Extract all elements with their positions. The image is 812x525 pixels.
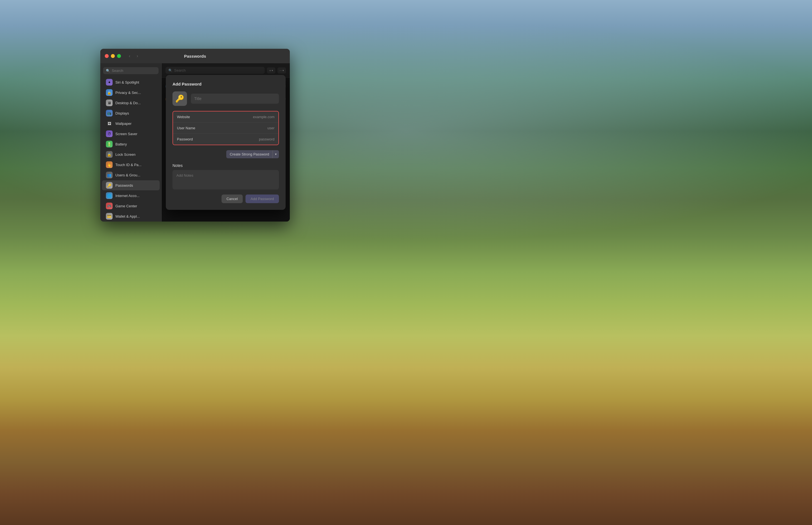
sidebar-item-touchid[interactable]: 👆 Touch ID & Pa...: [102, 160, 160, 170]
sidebar-item-privacy[interactable]: 🔒 Privacy & Sec...: [102, 88, 160, 97]
sidebar-item-lockscreen[interactable]: 🔒 Lock Screen: [102, 149, 160, 160]
maximize-button[interactable]: [117, 54, 121, 58]
touchid-icon: 👆: [106, 161, 112, 168]
forward-button[interactable]: ›: [134, 53, 140, 59]
sidebar-label-wallet: Wallet & Appl...: [115, 214, 140, 219]
sidebar-item-wallet[interactable]: 💳 Wallet & Appl...: [102, 211, 160, 221]
password-row[interactable]: Password password: [173, 134, 279, 145]
sidebar-label-gamecenter: Game Center: [115, 204, 137, 208]
password-value: password: [205, 137, 274, 141]
sidebar: 🔍 ✦ Siri & Spotlight 🔒 Privacy & Sec... …: [100, 63, 162, 222]
battery-icon: 🔋: [106, 141, 112, 147]
notes-textarea[interactable]: [172, 170, 279, 190]
nav-controls: ‹ ›: [126, 53, 140, 59]
notes-section: Notes: [172, 163, 279, 190]
window-titlebar: ‹ › Passwords: [100, 49, 290, 63]
sidebar-scroll: ✦ Siri & Spotlight 🔒 Privacy & Sec... 🖥 …: [100, 77, 161, 222]
sidebar-label-screensaver: Screen Saver: [115, 132, 137, 136]
sidebar-item-battery[interactable]: 🔋 Battery: [102, 139, 160, 149]
sidebar-item-internet[interactable]: 🌐 Internet Acco...: [102, 191, 160, 201]
system-preferences-window: ‹ › Passwords 🔍 ✦ Siri & Spotlight 🔒 Pri…: [100, 49, 290, 222]
sidebar-item-desktop[interactable]: 🖥 Desktop & Do...: [102, 98, 160, 108]
website-value: example.com: [205, 115, 274, 119]
screensaver-icon: ⏱: [106, 131, 112, 137]
add-password-modal: Add Password 🔑 Website example.com: [166, 75, 286, 210]
sidebar-item-wallpaper[interactable]: 🖼 Wallpaper: [102, 118, 160, 129]
sidebar-item-siri[interactable]: ✦ Siri & Spotlight: [102, 77, 160, 87]
siri-icon: ✦: [106, 79, 112, 86]
desktop-icon: 🖥: [106, 100, 112, 106]
modal-icon-row: 🔑: [172, 91, 279, 106]
sidebar-item-displays[interactable]: 📺 Displays: [102, 108, 160, 118]
sidebar-label-desktop: Desktop & Do...: [115, 101, 141, 105]
username-label: User Name: [177, 126, 205, 130]
create-strong-password-container: Create Strong Password ▾: [172, 150, 279, 158]
password-label: Password: [177, 137, 205, 141]
users-icon: 👥: [106, 172, 112, 178]
sidebar-search[interactable]: 🔍: [103, 67, 159, 74]
sidebar-item-passwords[interactable]: 🔑 Passwords: [102, 180, 160, 190]
sidebar-label-passwords: Passwords: [115, 183, 133, 188]
gamecenter-icon: 🎮: [106, 202, 112, 209]
website-row[interactable]: Website example.com: [173, 111, 279, 123]
credentials-form: Website example.com User Name user Passw…: [172, 111, 279, 145]
passwords-icon: 🔑: [106, 182, 112, 189]
sidebar-item-screensaver[interactable]: ⏱ Screen Saver: [102, 129, 160, 139]
internet-icon: 🌐: [106, 192, 112, 199]
username-row[interactable]: User Name user: [173, 123, 279, 134]
window-title: Passwords: [184, 54, 206, 59]
sidebar-label-siri: Siri & Spotlight: [115, 80, 139, 85]
main-content: 🔍 Search + ▾ ··· ▾ A allstate: [162, 63, 290, 222]
lockscreen-icon: 🔒: [106, 151, 112, 158]
notes-label: Notes: [172, 163, 279, 168]
wallpaper-icon: 🖼: [106, 120, 112, 127]
username-value: user: [205, 126, 274, 130]
sidebar-label-displays: Displays: [115, 111, 129, 115]
back-button[interactable]: ‹: [126, 53, 133, 59]
sidebar-label-users: Users & Grou...: [115, 173, 140, 177]
sidebar-label-internet: Internet Acco...: [115, 194, 140, 198]
close-button[interactable]: [105, 54, 109, 58]
title-input[interactable]: [191, 94, 279, 104]
window-body: 🔍 ✦ Siri & Spotlight 🔒 Privacy & Sec... …: [100, 63, 290, 222]
add-password-submit-button[interactable]: Add Password: [245, 195, 279, 203]
sidebar-item-gamecenter[interactable]: 🎮 Game Center: [102, 201, 160, 211]
sidebar-search-input[interactable]: [112, 69, 156, 73]
privacy-icon: 🔒: [106, 89, 112, 96]
sidebar-label-privacy: Privacy & Sec...: [115, 91, 141, 95]
create-strong-password-button[interactable]: Create Strong Password ▾: [226, 150, 279, 158]
sidebar-label-lockscreen: Lock Screen: [115, 152, 135, 156]
search-icon: 🔍: [106, 69, 110, 73]
key-icon: 🔑: [172, 91, 187, 106]
sidebar-label-battery: Battery: [115, 142, 127, 146]
sidebar-label-touchid: Touch ID & Pa...: [115, 163, 141, 167]
sidebar-item-users[interactable]: 👥 Users & Grou...: [102, 170, 160, 180]
sidebar-label-wallpaper: Wallpaper: [115, 121, 132, 126]
modal-buttons: Cancel Add Password: [172, 195, 279, 203]
displays-icon: 📺: [106, 110, 112, 117]
create-strong-password-dropdown-icon: ▾: [272, 150, 279, 158]
minimize-button[interactable]: [111, 54, 115, 58]
website-label: Website: [177, 115, 205, 119]
create-strong-password-label: Create Strong Password: [226, 150, 272, 158]
cancel-button[interactable]: Cancel: [222, 195, 243, 203]
modal-title: Add Password: [172, 82, 279, 86]
modal-overlay: Add Password 🔑 Website example.com: [162, 63, 290, 222]
wallet-icon: 💳: [106, 213, 112, 220]
